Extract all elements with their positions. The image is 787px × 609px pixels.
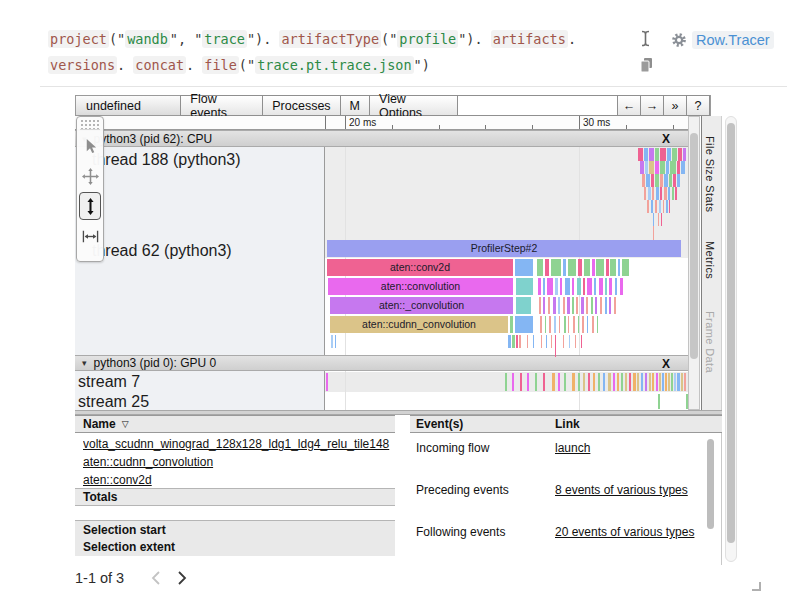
trace-event[interactable] (535, 373, 537, 391)
trace-event[interactable] (605, 297, 607, 314)
trace-event[interactable] (655, 161, 659, 174)
trace-event[interactable] (527, 335, 528, 348)
trace-search-input[interactable] (457, 95, 618, 116)
trace-event[interactable] (516, 297, 531, 314)
trace-event[interactable] (593, 373, 595, 391)
help-button[interactable]: ? (686, 95, 710, 116)
trace-event[interactable] (603, 373, 605, 391)
trace-event[interactable] (551, 259, 561, 276)
trace-event[interactable] (597, 316, 598, 333)
trace-event[interactable] (567, 297, 570, 314)
trace-event[interactable] (538, 278, 541, 295)
copy-icon[interactable] (639, 57, 654, 77)
trace-event[interactable] (563, 259, 566, 276)
nav-skip-button[interactable]: » (663, 95, 687, 116)
trace-event[interactable] (564, 373, 566, 391)
trace-event[interactable] (595, 297, 597, 314)
trace-event[interactable] (582, 316, 584, 333)
trace-event[interactable] (660, 187, 662, 200)
trace-event[interactable] (660, 174, 663, 187)
event-link[interactable]: launch (555, 441, 590, 455)
trace-event[interactable] (658, 213, 659, 226)
trace-event[interactable] (578, 373, 580, 391)
trace-event[interactable] (677, 161, 680, 174)
vertical-zoom-tool-button[interactable] (79, 192, 101, 220)
trace-event[interactable] (539, 297, 541, 314)
trace-event[interactable] (555, 335, 556, 357)
gear-icon[interactable] (671, 32, 687, 52)
trace-event[interactable] (649, 373, 651, 391)
trace-event[interactable] (649, 161, 654, 174)
trace-event[interactable] (563, 335, 564, 348)
trace-event[interactable] (638, 148, 643, 161)
trace-event[interactable] (588, 373, 590, 391)
process-header-cpu[interactable]: ▾ python3 (pid 62): CPU X (75, 130, 688, 147)
trace-event[interactable] (677, 174, 680, 187)
trace-event[interactable] (600, 297, 602, 314)
trace-event[interactable] (608, 373, 611, 391)
trace-event[interactable] (508, 335, 511, 348)
next-page-button[interactable] (176, 571, 188, 585)
trace-event[interactable] (673, 174, 676, 187)
trace-event[interactable] (554, 316, 556, 333)
trace-event[interactable] (609, 278, 612, 295)
toolbar-button-view-options[interactable]: View Options (369, 95, 458, 116)
trace-event[interactable] (512, 335, 515, 348)
trace-event[interactable] (633, 373, 636, 391)
trace-event[interactable] (614, 297, 616, 314)
trace-event[interactable] (516, 278, 533, 295)
trace-event[interactable] (547, 278, 553, 295)
panel-scrollbar-thumb[interactable] (727, 123, 735, 543)
trace-event[interactable] (584, 259, 590, 276)
trace-event[interactable] (664, 187, 667, 200)
trace-vertical-scrollbar[interactable] (688, 116, 700, 410)
tool-palette[interactable] (76, 116, 104, 262)
trace-event[interactable] (625, 373, 627, 391)
trace-event[interactable] (618, 259, 620, 276)
trace-event[interactable] (592, 259, 595, 276)
trace-event[interactable] (609, 297, 611, 314)
trace-event[interactable] (583, 278, 585, 295)
trace-event[interactable] (543, 297, 545, 314)
trace-event[interactable] (675, 187, 677, 200)
trace-event[interactable] (552, 373, 555, 391)
toolbar-button-flow-events[interactable]: Flow events (180, 95, 263, 116)
trace-event[interactable] (659, 200, 661, 213)
trace-event[interactable] (651, 200, 653, 213)
trace-event[interactable] (653, 213, 654, 226)
trace-event[interactable] (667, 148, 671, 161)
timing-tool-button[interactable] (79, 222, 101, 250)
trace-event[interactable] (668, 373, 670, 391)
trace-event[interactable] (543, 278, 545, 295)
trace-event[interactable] (578, 316, 579, 333)
trace-event[interactable] (331, 335, 333, 348)
trace-event[interactable] (659, 373, 661, 391)
toolbar-button-m[interactable]: M (340, 95, 370, 116)
trace-event-aten-cudnn-convolution[interactable]: aten::cudnn_convolution (330, 316, 508, 333)
trace-event[interactable] (610, 259, 616, 276)
trace-event[interactable] (663, 200, 664, 213)
trace-event[interactable] (558, 373, 560, 391)
trace-event[interactable] (576, 297, 578, 314)
trace-event[interactable] (572, 278, 574, 295)
trace-event[interactable] (581, 297, 584, 314)
trace-event[interactable] (551, 335, 552, 348)
name-link[interactable]: aten::cudnn_convolution (83, 455, 395, 469)
trace-event[interactable] (559, 316, 560, 333)
trace-event[interactable] (665, 373, 667, 391)
trace-event-aten-conv2d[interactable]: aten::conv2d (327, 259, 513, 276)
trace-event[interactable] (660, 148, 666, 161)
trace-event[interactable] (565, 278, 570, 295)
side-tab-frame-data[interactable]: Frame Data (704, 311, 716, 373)
process-header-gpu[interactable]: ▾ python3 (pid 0): GPU 0 X (75, 355, 688, 371)
trace-event[interactable] (560, 278, 562, 295)
trace-event[interactable] (677, 373, 680, 391)
trace-event[interactable] (572, 297, 574, 314)
trace-event[interactable] (662, 373, 664, 391)
trace-event[interactable] (674, 373, 676, 391)
trace-event[interactable] (656, 187, 659, 200)
pan-tool-button[interactable] (79, 162, 101, 190)
palette-drag-handle[interactable] (80, 119, 100, 130)
trace-event[interactable] (510, 316, 513, 333)
trace-event[interactable] (555, 278, 558, 295)
